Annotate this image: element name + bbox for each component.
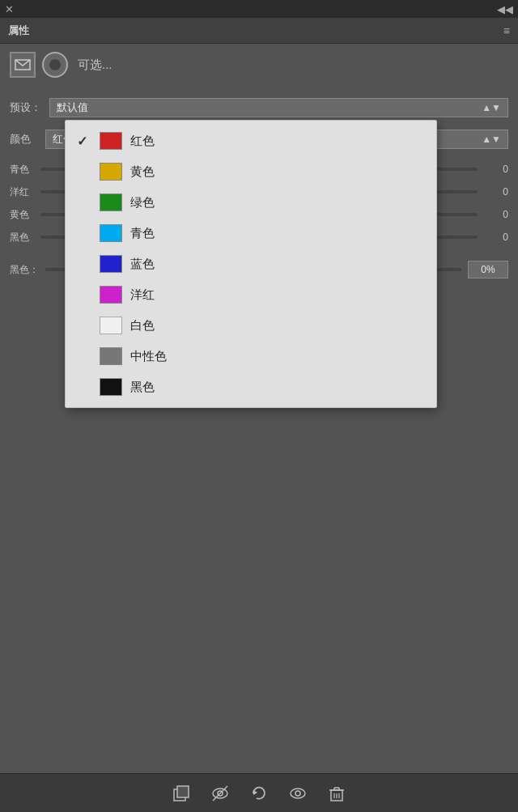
envelope-icon[interactable] [10, 52, 36, 78]
preset-value: 默认值 [57, 100, 88, 115]
dropdown-label-yellow: 黄色 [130, 164, 155, 180]
swatch-neutral [100, 347, 122, 365]
dropdown-label-cyan: 青色 [130, 226, 155, 241]
toolbar-btn-eye[interactable] [285, 780, 311, 806]
svg-rect-2 [177, 786, 189, 797]
dropdown-label-black: 黑色 [130, 380, 155, 395]
preset-row: 预设： 默认值 ▲▼ [0, 92, 518, 123]
toolbar-btn-reset[interactable] [246, 780, 272, 806]
dropdown-label-green: 绿色 [130, 195, 155, 210]
dropdown-item-white[interactable]: 白色 [66, 310, 436, 341]
slider-label-cyan: 青色 [10, 163, 34, 176]
dropdown-item-neutral[interactable]: 中性色 [66, 341, 436, 372]
title-bar: ✕ ◀◀ [0, 0, 518, 18]
slider-label-magenta: 洋红 [10, 185, 34, 199]
slider-value-magenta: 0 [484, 186, 508, 198]
big-slider-value-text: 0% [481, 264, 495, 275]
color-arrow-icon: ▲▼ [482, 134, 501, 145]
svg-marker-6 [253, 790, 257, 795]
slider-value-black: 0 [484, 232, 508, 243]
svg-point-7 [291, 789, 305, 798]
swatch-magenta [100, 286, 122, 304]
dropdown-item-green[interactable]: 绿色 [66, 187, 436, 218]
checkmark-icon: ✓ [77, 134, 91, 149]
dropdown-label-white: 白色 [130, 318, 155, 334]
swatch-white [100, 317, 122, 334]
swatch-cyan [100, 224, 122, 242]
toolbar-btn-visibility[interactable] [207, 780, 233, 806]
color-dropdown: ✓ 红色 黄色 绿色 青色 蓝色 洋红 白色 中性色 黑色 [65, 120, 437, 408]
slider-label-yellow: 黄色 [10, 208, 34, 222]
dropdown-label-magenta: 洋红 [130, 287, 155, 303]
swatch-green [100, 193, 122, 211]
swatch-black [100, 378, 122, 396]
toolbar-btn-delete[interactable] [324, 780, 350, 806]
swatch-blue [100, 255, 122, 273]
slider-value-cyan: 0 [484, 164, 508, 175]
dropdown-item-red[interactable]: ✓ 红色 [66, 125, 436, 156]
divider-1 [0, 86, 518, 92]
dropdown-label-neutral: 中性色 [130, 349, 167, 364]
big-slider-value-box[interactable]: 0% [468, 261, 508, 278]
panel-header: 属性 ≡ [0, 18, 518, 44]
expand-icon[interactable]: ◀◀ [497, 3, 513, 15]
icon-row: 可选... [0, 44, 518, 86]
slider-value-yellow: 0 [484, 209, 508, 220]
close-icon[interactable]: ✕ [5, 3, 14, 15]
big-slider-label: 黑色： [10, 263, 39, 277]
icon-label: 可选... [78, 57, 113, 73]
dropdown-item-magenta[interactable]: 洋红 [66, 279, 436, 310]
preset-label: 预设： [10, 100, 41, 115]
dropdown-item-yellow[interactable]: 黄色 [66, 156, 436, 187]
bottom-toolbar [0, 773, 518, 812]
dropdown-item-blue[interactable]: 蓝色 [66, 249, 436, 279]
dropdown-label-blue: 蓝色 [130, 257, 155, 272]
preset-select[interactable]: 默认值 ▲▼ [49, 98, 508, 117]
swatch-red [100, 132, 122, 150]
toolbar-btn-layer[interactable] [168, 780, 194, 806]
circle-icon[interactable] [42, 52, 68, 78]
swatch-yellow [100, 163, 122, 181]
panel-title: 属性 [8, 23, 29, 38]
svg-point-8 [295, 791, 300, 796]
dropdown-item-black[interactable]: 黑色 [66, 372, 436, 402]
panel-menu-icon[interactable]: ≡ [503, 24, 510, 37]
preset-select-wrapper: 默认值 ▲▼ [49, 98, 508, 117]
dropdown-label-red: 红色 [130, 134, 155, 149]
color-label: 颜色 [10, 132, 39, 147]
slider-label-black: 黑色 [10, 231, 34, 244]
dropdown-item-cyan[interactable]: 青色 [66, 218, 436, 249]
preset-arrow-icon: ▲▼ [482, 102, 501, 113]
